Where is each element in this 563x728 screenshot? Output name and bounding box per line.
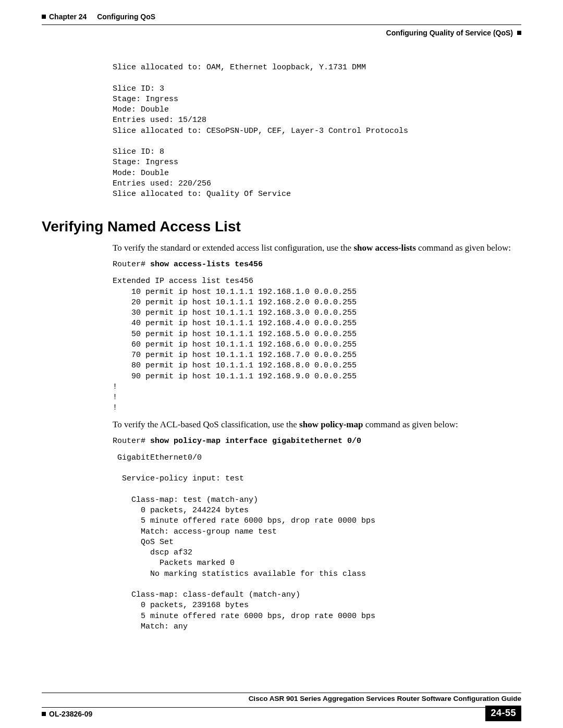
page-number-box: 24-55 — [485, 706, 521, 721]
policy-map-output: GigabitEthernet0/0 Service-policy input:… — [113, 453, 521, 632]
para1-post: command as given below: — [416, 243, 511, 253]
show-access-lists-command: Router# show access-lists tes456 — [113, 260, 521, 270]
running-header-sub: Configuring Quality of Service (QoS) — [386, 29, 521, 37]
para2-pre: To verify the ACL-based QoS classificati… — [113, 419, 299, 429]
square-icon — [517, 31, 521, 35]
doc-id-text: OL-23826-09 — [49, 710, 92, 718]
square-icon — [42, 712, 46, 716]
footer-guide-title: Cisco ASR 901 Series Aggregation Service… — [249, 695, 521, 702]
intro-paragraph-2: To verify the ACL-based QoS classificati… — [113, 419, 521, 431]
intro-paragraph-1: To verify the standard or extended acces… — [113, 242, 521, 254]
header-rule — [42, 24, 521, 25]
chapter-title: Configuring QoS — [97, 13, 155, 21]
running-header-top: Chapter 24 Configuring QoS — [42, 13, 521, 21]
para1-bold-cmd: show access-lists — [353, 243, 415, 253]
footer-rule-top — [42, 693, 521, 693]
footer-rule-bottom — [42, 707, 521, 708]
para1-pre: To verify the standard or extended acces… — [113, 243, 353, 253]
page: Chapter 24 Configuring QoS Configuring Q… — [0, 0, 563, 728]
content-area: Slice allocated to: OAM, Ethernet loopba… — [113, 63, 521, 632]
square-icon — [42, 15, 46, 19]
access-list-output: Extended IP access list tes456 10 permit… — [113, 276, 521, 413]
show-policy-map-command: Router# show policy-map interface gigabi… — [113, 436, 521, 447]
cmd2-text: show policy-map interface gigabitetherne… — [150, 437, 361, 446]
footer-doc-id: OL-23826-09 — [42, 710, 92, 718]
router-prompt: Router# — [113, 437, 150, 446]
tcam-slice-output: Slice allocated to: OAM, Ethernet loopba… — [113, 63, 521, 200]
section-path: Configuring Quality of Service (QoS) — [386, 29, 513, 37]
router-prompt: Router# — [113, 260, 150, 269]
cmd1-text: show access-lists tes456 — [150, 260, 263, 269]
para2-bold-cmd: show policy-map — [299, 419, 363, 429]
para2-post: command as given below: — [363, 419, 458, 429]
page-number: 24-55 — [491, 708, 516, 718]
chapter-label: Chapter 24 — [49, 13, 87, 21]
section-heading: Verifying Named Access List — [42, 218, 521, 235]
